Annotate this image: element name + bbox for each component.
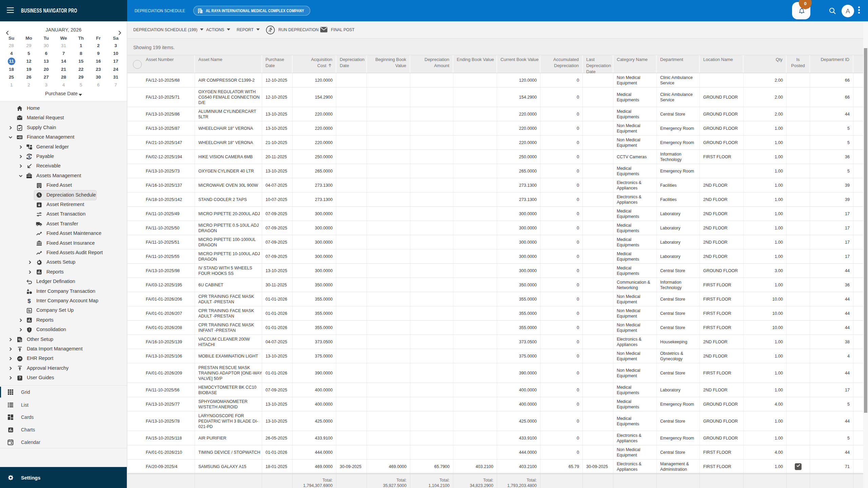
svg-text:$: $ <box>27 298 31 304</box>
svg-text:?: ? <box>19 376 21 380</box>
svg-text:$: $ <box>28 155 30 159</box>
